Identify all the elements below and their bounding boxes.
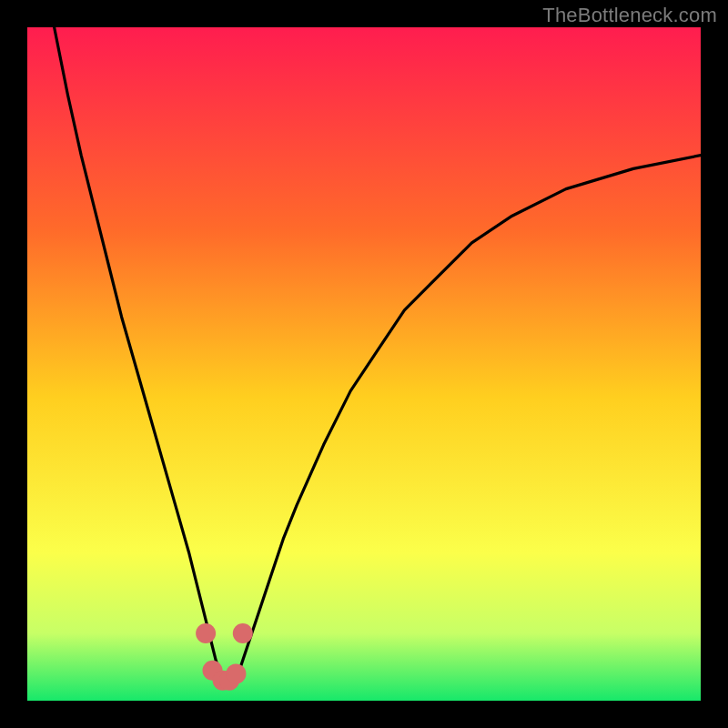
- chart-stage: TheBottleneck.com: [0, 0, 728, 728]
- bottleneck-chart: [27, 27, 701, 701]
- gradient-background: [27, 27, 701, 701]
- trough-base-d: [226, 663, 246, 683]
- attribution-text: TheBottleneck.com: [542, 4, 717, 27]
- plot-area: [27, 27, 701, 701]
- trough-left-cap: [196, 623, 216, 643]
- trough-right-cap: [233, 623, 253, 643]
